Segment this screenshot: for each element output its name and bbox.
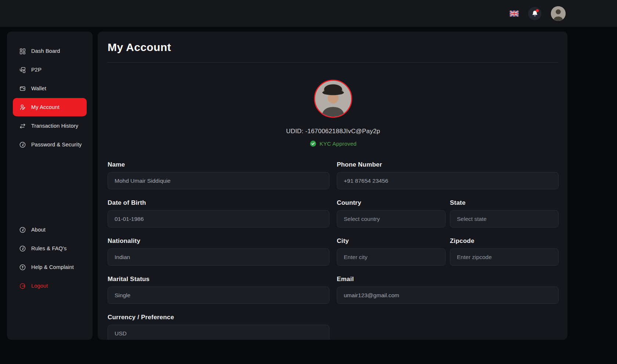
state-select[interactable]	[450, 210, 559, 228]
email-label: Email	[337, 276, 559, 283]
form-row-3: Nationality City Zipcode	[108, 237, 559, 266]
udid-text: UDID: -1670062188JIvC@Pay2p	[286, 128, 380, 135]
phone-input[interactable]	[337, 172, 559, 189]
svg-text:?: ?	[22, 265, 24, 269]
marital-field-group: Marital Status	[108, 276, 329, 304]
zipcode-field-group: Zipcode	[450, 237, 559, 266]
country-select[interactable]	[337, 210, 445, 228]
sidebar-item-wallet[interactable]: Wallet	[13, 79, 87, 98]
nationality-input[interactable]	[108, 248, 329, 266]
info-circle-icon: i	[19, 226, 26, 233]
account-form: Name Phone Number Date of Birth Country	[108, 161, 559, 340]
my-account-panel: My Account UDID: -1670062188JIvC@Pay2p	[98, 32, 567, 340]
sidebar-item-about[interactable]: i About	[13, 221, 87, 239]
sidebar-item-label: Password & Security	[31, 142, 82, 148]
city-label: City	[337, 237, 445, 245]
title-divider	[108, 62, 559, 63]
svg-text:i: i	[22, 228, 24, 232]
form-row-2: Date of Birth Country State	[108, 199, 559, 228]
zipcode-label: Zipcode	[450, 237, 559, 245]
notifications-button[interactable]	[528, 7, 541, 20]
city-zip-group: City Zipcode	[337, 237, 559, 266]
sidebar-main-nav: Dash Board P2P Wallet	[7, 42, 93, 154]
kyc-verified-icon	[310, 140, 317, 147]
marital-status-input[interactable]	[108, 287, 329, 304]
sidebar-item-label: My Account	[31, 104, 59, 110]
dob-field-group: Date of Birth	[108, 199, 329, 228]
wallet-icon	[19, 85, 26, 92]
email-input[interactable]	[337, 287, 559, 304]
state-field-group: State	[450, 199, 559, 228]
logout-icon	[19, 283, 26, 290]
state-label: State	[450, 199, 559, 207]
sidebar-item-label: Wallet	[31, 85, 46, 91]
name-label: Name	[108, 161, 329, 168]
sidebar: Dash Board P2P Wallet	[7, 32, 93, 340]
nationality-label: Nationality	[108, 237, 329, 245]
city-input[interactable]	[337, 248, 445, 266]
sidebar-secondary-nav: i About i Rules & FAQ's ? Help & Complai…	[7, 221, 93, 295]
profile-block: UDID: -1670062188JIvC@Pay2p KYC Approved	[108, 80, 559, 147]
info-circle-icon: i	[19, 141, 26, 148]
country-state-group: Country State	[337, 199, 559, 228]
question-circle-icon: ?	[19, 264, 26, 271]
form-row-1: Name Phone Number	[108, 161, 559, 189]
dashboard-icon	[19, 48, 26, 55]
profile-avatar	[314, 80, 352, 118]
sidebar-item-label: Rules & FAQ's	[31, 245, 66, 251]
sidebar-item-help-complaint[interactable]: ? Help & Complaint	[13, 258, 87, 276]
name-field-group: Name	[108, 161, 329, 189]
page-title: My Account	[108, 41, 559, 54]
city-field-group: City	[337, 237, 445, 266]
svg-text:i: i	[22, 143, 24, 147]
dob-input[interactable]	[108, 210, 329, 228]
sidebar-item-label: Logout	[31, 283, 48, 289]
zipcode-input[interactable]	[450, 248, 559, 266]
profile-photo	[315, 81, 351, 117]
currency-input[interactable]	[108, 325, 329, 340]
user-avatar	[551, 6, 566, 21]
p2p-devices-icon	[19, 66, 26, 73]
top-header	[0, 0, 617, 27]
dob-label: Date of Birth	[108, 199, 329, 207]
svg-text:i: i	[22, 247, 24, 251]
sidebar-item-label: About	[31, 227, 46, 233]
sidebar-item-logout[interactable]: Logout	[13, 277, 87, 295]
sidebar-item-dashboard[interactable]: Dash Board	[13, 42, 87, 60]
country-field-group: Country	[337, 199, 445, 228]
email-field-group: Email	[337, 276, 559, 304]
country-label: Country	[337, 199, 445, 207]
form-row-4: Marital Status Email	[108, 276, 559, 304]
user-edit-icon	[19, 104, 26, 111]
phone-label: Phone Number	[337, 161, 559, 168]
transfer-arrows-icon	[19, 123, 26, 130]
sidebar-item-p2p[interactable]: P2P	[13, 61, 87, 79]
sidebar-item-rules-faqs[interactable]: i Rules & FAQ's	[13, 239, 87, 258]
sidebar-item-label: Dash Board	[31, 48, 60, 54]
marital-status-label: Marital Status	[108, 276, 329, 283]
kyc-status: KYC Approved	[310, 140, 357, 147]
sidebar-item-my-account[interactable]: My Account	[13, 98, 87, 116]
currency-label: Currency / Preference	[108, 314, 329, 321]
content-area: Dash Board P2P Wallet	[0, 32, 617, 340]
name-input[interactable]	[108, 172, 329, 189]
sidebar-item-label: Help & Complaint	[31, 264, 74, 270]
sidebar-item-password-security[interactable]: i Password & Security	[13, 135, 87, 154]
sidebar-item-label: P2P	[31, 67, 42, 73]
kyc-status-label: KYC Approved	[320, 141, 357, 147]
header-user-avatar[interactable]	[551, 6, 566, 21]
form-row-5: Currency / Preference	[108, 314, 559, 340]
currency-field-group: Currency / Preference	[108, 314, 329, 340]
phone-field-group: Phone Number	[337, 161, 559, 189]
uk-flag-icon	[510, 11, 519, 17]
sidebar-item-label: Transaction History	[31, 123, 78, 129]
language-flag-button[interactable]	[510, 11, 519, 17]
nationality-field-group: Nationality	[108, 237, 329, 266]
notification-badge-dot	[536, 9, 539, 12]
info-circle-icon: i	[19, 245, 26, 252]
sidebar-item-transaction-history[interactable]: Transaction History	[13, 117, 87, 135]
